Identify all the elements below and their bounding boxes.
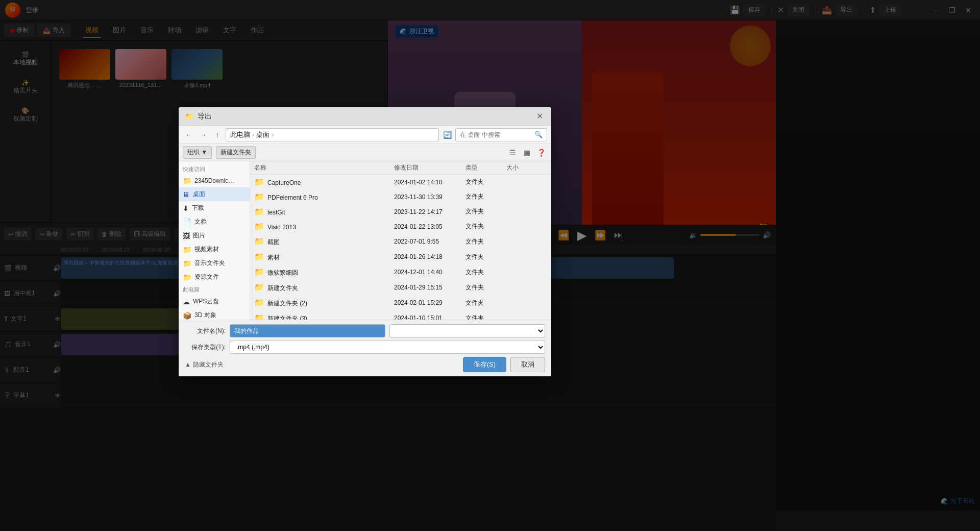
file-date-9: 2024-01-10 15:01: [394, 315, 465, 320]
file-row-3[interactable]: 📁Visio 2013 2024-01-22 13:05 文件夹: [250, 219, 551, 234]
file-row-2[interactable]: 📁testGit 2023-11-22 14:17 文件夹: [250, 204, 551, 219]
nav-item-2345[interactable]: 📁 2345Downlc…: [179, 174, 250, 187]
dialog-bottom: 文件名(N): 保存类型(T): .mp4 (.mp4) ▲ 隐藏文件夹 保存(…: [179, 320, 551, 376]
file-list: 名称 修改日期 类型 大小 📁CaptureOne 2024-01-02 14:…: [250, 161, 551, 320]
file-row-1[interactable]: 📁PDFelement 6 Pro 2023-11-30 13:39 文件夹: [250, 189, 551, 204]
dialog-cancel-button[interactable]: 取消: [510, 357, 545, 372]
col-header-date: 修改日期: [394, 163, 465, 172]
file-name-5: 📁素材: [254, 252, 394, 262]
view-list-button[interactable]: ☰: [506, 147, 519, 159]
folder-icon-4: 📁: [254, 237, 264, 246]
nav-item-wps[interactable]: ☁ WPS云盘: [179, 295, 250, 308]
file-type-4: 文件夹: [465, 237, 506, 246]
folder-icon-3: 📁: [254, 222, 264, 231]
filetype-row: 保存类型(T): .mp4 (.mp4): [185, 341, 545, 354]
action-buttons: 保存(S) 取消: [463, 357, 545, 372]
file-row-4[interactable]: 📁截图 2022-07-01 9:55 文件夹: [250, 234, 551, 249]
hide-files-arrow: ▲: [185, 361, 191, 368]
breadcrumb-desktop: 桌面: [256, 130, 270, 139]
nav-item-pictures[interactable]: 🖼 图片: [179, 229, 250, 243]
dialog-title-icon: 📁: [185, 112, 193, 120]
nav-icon-download: ⬇: [183, 204, 189, 212]
file-date-5: 2024-01-26 14:18: [394, 253, 465, 260]
file-rows-container: 📁CaptureOne 2024-01-02 14:10 文件夹 📁PDFele…: [250, 175, 551, 320]
file-date-8: 2024-02-01 15:29: [394, 299, 465, 306]
view-grid-button[interactable]: ▦: [521, 147, 533, 159]
nav-label-download: 下载: [192, 204, 204, 212]
col-header-size: 大小: [506, 163, 547, 172]
folder-icon-1: 📁: [254, 192, 264, 201]
file-type-8: 文件夹: [465, 299, 506, 307]
nav-label-desktop: 桌面: [193, 190, 205, 199]
dialog-title-bar: 📁 导出 ✕: [179, 107, 551, 126]
nav-label-2345: 2345Downlc…: [194, 177, 234, 184]
nav-icon-resources: 📁: [183, 273, 191, 281]
dialog-forward-button[interactable]: →: [197, 129, 209, 141]
file-date-7: 2024-01-29 15:15: [394, 284, 465, 291]
export-dialog: 📁 导出 ✕ ← → ↑ 此电脑 › 桌面 › 🔄 🔍 组织 ▼ 新建文件夹: [179, 107, 551, 376]
file-type-7: 文件夹: [465, 283, 506, 292]
nav-icon-desktop: 🖥: [183, 190, 190, 199]
nav-item-3d[interactable]: 📦 3D 对象: [179, 308, 250, 320]
nav-item-video-materials[interactable]: 📁 视频素材: [179, 243, 250, 256]
folder-icon-7: 📁: [254, 283, 264, 292]
breadcrumb-sep-2: ›: [272, 131, 274, 138]
col-header-type: 类型: [465, 163, 506, 172]
file-row-7[interactable]: 📁新建文件夹 2024-01-29 15:15 文件夹: [250, 280, 551, 295]
folder-icon-0: 📁: [254, 178, 264, 186]
filename-input[interactable]: [230, 324, 385, 337]
nav-item-desktop[interactable]: 🖥 桌面: [179, 187, 250, 201]
file-date-1: 2023-11-30 13:39: [394, 194, 465, 201]
dialog-toolbar: 组织 ▼ 新建文件夹 ☰ ▦ ❓: [179, 144, 551, 161]
dialog-up-button[interactable]: ↑: [211, 129, 224, 141]
file-row-9[interactable]: 📁新建文件夹 (3) 2024-01-10 15:01 文件夹: [250, 310, 551, 320]
file-row-6[interactable]: 📁微软繁细圆 2024-12-01 14:40 文件夹: [250, 264, 551, 280]
dialog-back-button[interactable]: ←: [183, 129, 195, 141]
nav-label-pictures: 图片: [193, 231, 205, 240]
nav-icon-video-materials: 📁: [183, 246, 191, 254]
file-type-3: 文件夹: [465, 222, 506, 231]
dialog-address-bar: ← → ↑ 此电脑 › 桌面 › 🔄 🔍: [179, 126, 551, 144]
filetype-select[interactable]: .mp4 (.mp4): [230, 341, 545, 354]
new-folder-button[interactable]: 新建文件夹: [216, 146, 256, 159]
search-icon: 🔍: [534, 131, 543, 138]
folder-icon-5: 📁: [254, 252, 264, 261]
dialog-close-button[interactable]: ✕: [534, 109, 545, 123]
file-row-8[interactable]: 📁新建文件夹 (2) 2024-02-01 15:29 文件夹: [250, 295, 551, 310]
help-button[interactable]: ❓: [535, 147, 547, 159]
hide-files-label: 隐藏文件夹: [193, 360, 224, 369]
dialog-search-input[interactable]: [460, 131, 532, 138]
file-list-header: 名称 修改日期 类型 大小: [250, 161, 551, 175]
file-name-0: 📁CaptureOne: [254, 177, 394, 187]
file-type-5: 文件夹: [465, 253, 506, 261]
filename-row: 文件名(N):: [185, 324, 545, 337]
file-row-5[interactable]: 📁素材 2024-01-26 14:18 文件夹: [250, 249, 551, 264]
nav-icon-music-folder: 📁: [183, 259, 191, 268]
file-date-4: 2022-07-01 9:55: [394, 238, 465, 245]
hide-files-toggle[interactable]: ▲ 隐藏文件夹: [185, 360, 224, 369]
dialog-save-button[interactable]: 保存(S): [463, 357, 506, 372]
folder-icon-9: 📁: [254, 313, 264, 320]
file-date-2: 2023-11-22 14:17: [394, 208, 465, 215]
nav-item-download[interactable]: ⬇ 下载: [179, 201, 250, 215]
breadcrumb-sep-1: ›: [252, 131, 254, 138]
filename-dropdown[interactable]: [389, 324, 545, 337]
file-type-0: 文件夹: [465, 178, 506, 186]
file-name-4: 📁截图: [254, 236, 394, 247]
organize-button[interactable]: 组织 ▼: [183, 146, 212, 159]
dialog-actions: ▲ 隐藏文件夹 保存(S) 取消: [185, 357, 545, 372]
nav-icon-2345: 📁: [183, 177, 191, 185]
nav-item-music-folder[interactable]: 📁 音乐文件夹: [179, 256, 250, 270]
file-row-0[interactable]: 📁CaptureOne 2024-01-02 14:10 文件夹: [250, 175, 551, 189]
file-name-3: 📁Visio 2013: [254, 222, 394, 231]
nav-label-docs: 文档: [194, 218, 207, 226]
file-date-3: 2024-01-22 13:05: [394, 223, 465, 230]
nav-label-3d: 3D 对象: [194, 311, 216, 320]
nav-item-resources[interactable]: 📁 资源文件: [179, 270, 250, 284]
dialog-refresh-button[interactable]: 🔄: [441, 129, 453, 141]
dialog-breadcrumb: 此电脑 › 桌面 ›: [226, 128, 439, 141]
file-date-6: 2024-12-01 14:40: [394, 269, 465, 276]
file-name-8: 📁新建文件夹 (2): [254, 298, 394, 308]
nav-item-docs[interactable]: 📄 文档: [179, 215, 250, 229]
dialog-search-box[interactable]: 🔍: [455, 128, 547, 141]
